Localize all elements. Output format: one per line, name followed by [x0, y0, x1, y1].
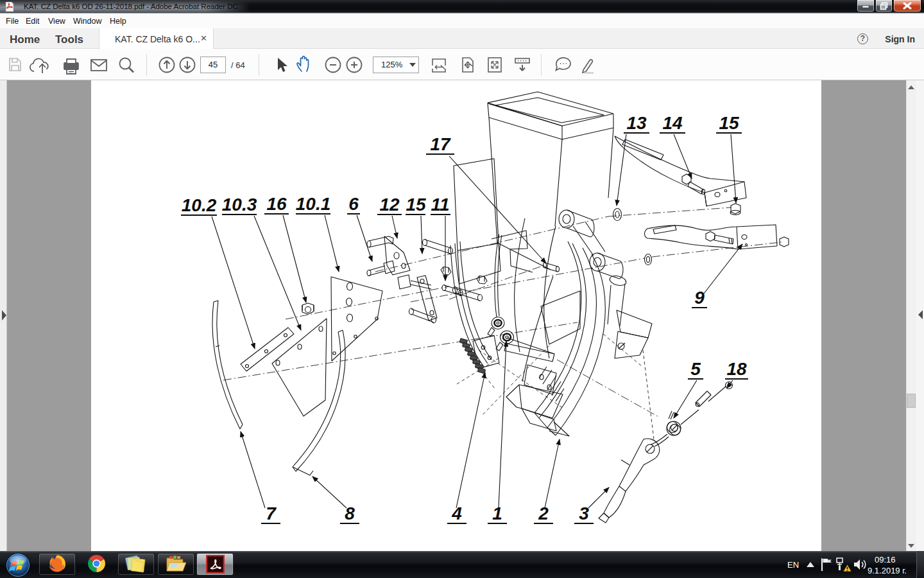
- svg-text:5: 5: [690, 359, 701, 379]
- svg-text:13: 13: [626, 113, 647, 133]
- svg-text:2: 2: [538, 504, 549, 523]
- svg-text:1: 1: [492, 504, 502, 523]
- svg-text:10.1: 10.1: [296, 194, 331, 214]
- svg-text:10.3: 10.3: [222, 195, 257, 215]
- svg-text:18: 18: [726, 359, 747, 379]
- svg-text:9: 9: [694, 288, 705, 308]
- svg-text:3: 3: [579, 504, 589, 523]
- svg-text:15: 15: [406, 195, 426, 215]
- svg-text:12: 12: [379, 195, 400, 215]
- svg-text:8: 8: [345, 504, 355, 523]
- svg-text:16: 16: [266, 194, 287, 214]
- svg-text:11: 11: [431, 195, 449, 215]
- svg-text:6: 6: [348, 194, 359, 214]
- svg-text:10.2: 10.2: [182, 195, 217, 215]
- svg-text:14: 14: [662, 113, 683, 133]
- svg-text:17: 17: [430, 134, 451, 154]
- svg-text:15: 15: [719, 113, 739, 133]
- svg-text:7: 7: [266, 504, 277, 523]
